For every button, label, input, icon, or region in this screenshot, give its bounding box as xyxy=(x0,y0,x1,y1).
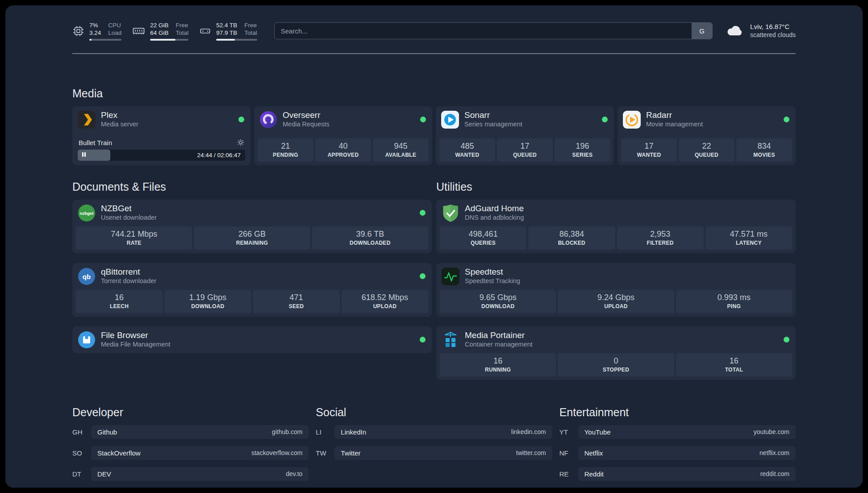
cpu-load-value: 3.24 xyxy=(89,29,101,37)
service-description: Container management xyxy=(465,340,533,349)
bookmark-domain: stackoverflow.com xyxy=(251,449,302,456)
service-name: Plex xyxy=(101,111,138,120)
bookmark-netflix[interactable]: NF Netflix netflix.com xyxy=(559,446,796,460)
service-card-qbittorrent[interactable]: qb qBittorrent Torrent downloader 16 LEE… xyxy=(72,263,432,317)
status-dot xyxy=(784,337,789,343)
cpu-load-label: Load xyxy=(108,29,121,37)
stat-download: 1.19 Gbps DOWNLOAD xyxy=(164,290,251,313)
bookmark-name: YouTube xyxy=(584,428,611,436)
stat-total: 16 TOTAL xyxy=(676,353,792,376)
bookmark-name: Reddit xyxy=(584,470,604,478)
search-input[interactable] xyxy=(275,23,692,39)
cpu-icon xyxy=(72,25,84,37)
bookmark-abbr: NF xyxy=(559,449,578,457)
disk-progress-bar xyxy=(216,39,257,41)
now-playing-title: Bullet Train xyxy=(79,139,112,146)
stat-latency: 47.571 ms LATENCY xyxy=(705,226,792,250)
service-card-overseerr[interactable]: Overseerr Media Requests 21 PENDING 40 A… xyxy=(254,106,432,165)
search-engine-button[interactable]: G xyxy=(692,23,712,39)
memory-total-value: 64 GiB xyxy=(150,29,168,37)
service-card-radarr[interactable]: Radarr Movie management 17 WANTED 22 QUE… xyxy=(618,106,796,165)
disk-free-label: Free xyxy=(244,21,257,29)
service-card-filebrowser[interactable]: File Browser Media File Management xyxy=(72,326,432,353)
bookmark-domain: github.com xyxy=(272,428,302,435)
status-dot xyxy=(238,117,244,122)
stat-download: 9.65 Gbps DOWNLOAD xyxy=(440,290,556,313)
stat-queued: 22 QUEUED xyxy=(679,138,734,162)
service-description: Media Requests xyxy=(283,120,330,129)
stat-pending: 21 PENDING xyxy=(258,138,313,162)
stat-wanted: 17 WANTED xyxy=(621,138,677,162)
stat-filtered: 2,953 FILTERED xyxy=(617,226,704,250)
status-dot xyxy=(420,273,426,279)
filebrowser-icon xyxy=(78,331,96,349)
playback-progress-bar: 24:44 / 02:06:47 xyxy=(78,150,245,161)
disk-total-label: Total xyxy=(244,29,257,37)
stat-blocked: 86,384 BLOCKED xyxy=(528,226,615,250)
bookmark-abbr: RE xyxy=(559,470,578,478)
service-card-plex[interactable]: Plex Media server Bullet Train xyxy=(72,106,250,165)
stat-downloaded: 39.6 TB DOWNLOADED xyxy=(312,226,428,250)
bookmark-name: Netflix xyxy=(584,449,603,457)
bookmark-group-social: Social LI LinkedIn linkedin.com TW Twitt… xyxy=(316,406,552,481)
speedtest-icon xyxy=(442,267,459,285)
service-description: Torrent downloader xyxy=(101,276,156,285)
sonarr-icon xyxy=(441,111,459,129)
status-dot xyxy=(420,337,426,343)
adguard-icon xyxy=(442,204,459,222)
pause-icon[interactable] xyxy=(82,151,86,159)
status-dot xyxy=(602,117,608,122)
stat-leech: 16 LEECH xyxy=(76,290,163,313)
bookmark-reddit[interactable]: RE Reddit reddit.com xyxy=(559,467,796,481)
memory-progress-bar xyxy=(150,39,188,41)
section-media: Media Plex Media server xyxy=(72,87,796,165)
bookmark-abbr: YT xyxy=(559,428,578,436)
qbittorrent-icon: qb xyxy=(78,267,96,285)
bookmark-name: Github xyxy=(97,428,117,436)
bookmark-name: StackOverflow xyxy=(97,449,141,457)
stat-available: 945 AVAILABLE xyxy=(373,138,429,162)
weather-condition: scattered clouds xyxy=(750,31,796,39)
service-card-nzbget[interactable]: nzbget NZBGet Usenet downloader 744.21 M… xyxy=(72,200,432,253)
bookmark-domain: twitter.com xyxy=(516,449,546,456)
section-title-entertainment: Entertainment xyxy=(559,406,796,419)
bookmark-dev[interactable]: DT DEV dev.to xyxy=(72,467,309,481)
topbar-divider xyxy=(72,53,796,54)
plex-icon xyxy=(78,111,96,129)
memory-icon xyxy=(132,25,145,38)
service-card-speedtest[interactable]: Speedtest Speedtest Tracking 9.65 Gbps D… xyxy=(436,263,796,317)
service-description: Speedtest Tracking xyxy=(465,276,520,285)
disk-widget: 52.4 TB 97.9 TB Free Total xyxy=(199,21,257,41)
service-description: Usenet downloader xyxy=(101,213,157,222)
bookmark-domain: youtube.com xyxy=(754,428,789,435)
memory-free-value: 22 GiB xyxy=(150,21,168,29)
section-title-social: Social xyxy=(316,406,552,419)
section-title-utilities: Utilities xyxy=(436,180,796,193)
service-name: qBittorrent xyxy=(101,267,156,276)
stat-approved: 40 APPROVED xyxy=(315,138,371,162)
section-title-developer: Developer xyxy=(72,406,309,419)
service-name: File Browser xyxy=(101,331,171,340)
gear-icon[interactable] xyxy=(237,139,244,146)
stat-stopped: 0 STOPPED xyxy=(558,353,674,376)
stat-queries: 498,461 QUERIES xyxy=(440,226,526,250)
bookmark-domain: netflix.com xyxy=(760,449,789,456)
bookmark-domain: reddit.com xyxy=(760,470,789,477)
bookmark-twitter[interactable]: TW Twitter twitter.com xyxy=(316,446,552,460)
stat-ping: 0.993 ms PING xyxy=(676,290,792,313)
memory-total-label: Total xyxy=(176,29,189,37)
bookmark-abbr: DT xyxy=(72,470,91,478)
service-card-portainer[interactable]: Media Portainer Container management 16 … xyxy=(436,326,796,380)
bookmark-youtube[interactable]: YT YouTube youtube.com xyxy=(559,425,796,439)
service-card-sonarr[interactable]: Sonarr Series management 485 WANTED 17 Q… xyxy=(436,106,614,165)
bookmark-stackoverflow[interactable]: SO StackOverflow stackoverflow.com xyxy=(72,446,309,460)
topbar: 7% 3.24 CPU Load xyxy=(72,21,796,41)
bookmark-linkedin[interactable]: LI LinkedIn linkedin.com xyxy=(316,425,552,439)
stat-remaining: 266 GB REMAINING xyxy=(194,226,310,250)
service-description: DNS and adblocking xyxy=(465,213,524,222)
weather-widget: Lviv, 16.87°C scattered clouds xyxy=(726,22,796,39)
bookmark-github[interactable]: GH Github github.com xyxy=(72,425,309,439)
service-card-adguard[interactable]: AdGuard Home DNS and adblocking 498,461 … xyxy=(436,200,796,253)
service-description: Media server xyxy=(101,120,138,129)
overseerr-icon xyxy=(259,111,277,129)
